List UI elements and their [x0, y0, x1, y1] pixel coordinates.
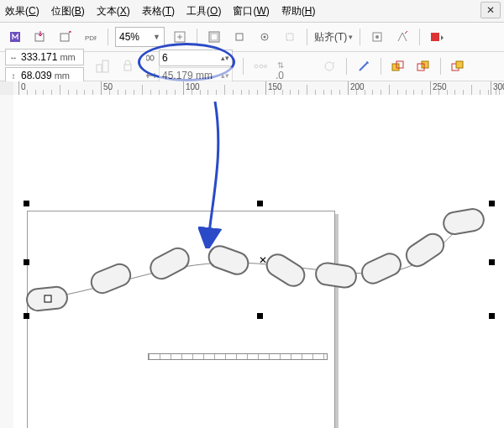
- scale-proportional-button: [92, 56, 113, 76]
- spray-count-icon: [146, 53, 156, 63]
- distribute-button[interactable]: [250, 56, 270, 76]
- zoom-combo[interactable]: 45% ▼: [115, 27, 165, 47]
- stepper-icon: ▴▾: [221, 71, 229, 80]
- spray-spacing-value: 45.179 mm: [162, 70, 213, 81]
- svg-rect-36: [402, 230, 448, 270]
- selection-center-marker[interactable]: ✕: [259, 256, 267, 264]
- svg-point-20: [260, 65, 263, 68]
- svg-point-22: [325, 62, 333, 70]
- svg-point-19: [255, 65, 258, 68]
- selection-handle[interactable]: [257, 201, 263, 206]
- canvas-area: 050100150200250300: [0, 81, 504, 428]
- svg-rect-38: [45, 295, 51, 302]
- to-front-button[interactable]: [388, 56, 408, 76]
- svg-rect-17: [146, 55, 150, 60]
- scale-steppers: ⇅ .0: [276, 60, 314, 73]
- svg-rect-28: [456, 61, 463, 68]
- selection-handle[interactable]: [24, 201, 29, 206]
- ruler-tick-label: 250: [433, 82, 447, 91]
- ruler-tick-label: 50: [103, 82, 113, 91]
- zoom-fit-button[interactable]: [170, 27, 190, 47]
- lock-ratio-button: [118, 56, 138, 76]
- menu-table[interactable]: 表格(T): [142, 4, 175, 18]
- menu-help[interactable]: 帮助(H): [281, 4, 316, 18]
- convert-curve-button[interactable]: [448, 56, 468, 76]
- selection-handle[interactable]: [489, 313, 495, 319]
- object-size-group: ↔ 333.171 mm ↕ 68.039 mm: [5, 49, 84, 84]
- preview-button[interactable]: [229, 27, 249, 47]
- svg-rect-2: [60, 34, 69, 41]
- ruler-origin[interactable]: [0, 81, 14, 96]
- full-screen-button[interactable]: [204, 27, 224, 47]
- menu-bitmap[interactable]: 位图(B): [51, 4, 85, 18]
- selection-handle[interactable]: [489, 259, 495, 265]
- separator: [307, 29, 307, 45]
- menu-window[interactable]: 窗口(W): [233, 4, 269, 18]
- ruler-vertical[interactable]: [0, 95, 14, 428]
- scale-y-value: .0: [276, 70, 284, 81]
- svg-rect-32: [206, 243, 251, 278]
- selection-handle[interactable]: [24, 259, 29, 265]
- svg-rect-33: [263, 250, 308, 290]
- selection-handle[interactable]: [257, 313, 263, 319]
- show-grid-button[interactable]: [280, 27, 300, 47]
- ruler-tick-label: 200: [350, 82, 365, 91]
- object-width-field[interactable]: ↔ 333.171 mm: [5, 49, 84, 65]
- unit-label: mm: [60, 52, 75, 62]
- height-icon: ↕: [8, 70, 18, 81]
- spray-count-value: 6: [162, 52, 168, 64]
- svg-rect-31: [147, 244, 193, 282]
- menu-text[interactable]: 文本(X): [97, 4, 130, 18]
- svg-rect-37: [442, 207, 486, 236]
- selection-handle[interactable]: [489, 201, 495, 206]
- spray-count-field[interactable]: 6 ▴▾: [159, 50, 233, 66]
- ruler-object: [148, 353, 328, 360]
- to-back-button[interactable]: [413, 56, 433, 76]
- ruler-tick: 50: [101, 81, 102, 95]
- rotate-button[interactable]: [319, 56, 339, 76]
- svg-text:PDF: PDF: [85, 34, 97, 42]
- ruler-tick: 0: [18, 81, 19, 95]
- ruler-tick-label: 0: [21, 82, 26, 91]
- ruler-horizontal[interactable]: 050100150200250300: [13, 81, 504, 96]
- chevron-down-icon: ▾: [349, 33, 353, 41]
- svg-rect-13: [431, 33, 439, 41]
- menu-bar: 效果(C) 位图(B) 文本(X) 表格(T) 工具(O) 窗口(W) 帮助(H…: [0, 0, 504, 23]
- unit-label: mm: [55, 70, 70, 81]
- import-button[interactable]: [30, 27, 50, 47]
- chevron-down-icon: ▼: [153, 33, 160, 41]
- width-value: 333.171: [21, 51, 57, 63]
- export-button[interactable]: [55, 27, 76, 47]
- snap-to-dropdown[interactable]: 贴齐(T) ▾: [314, 30, 353, 44]
- menu-effects[interactable]: 效果(C): [5, 4, 39, 18]
- options-button[interactable]: [367, 27, 387, 47]
- toolbar-main: PDF 45% ▼ 贴齐(T) ▾: [0, 23, 504, 52]
- svg-point-12: [375, 35, 379, 39]
- svg-rect-23: [392, 64, 399, 70]
- close-icon: ✕: [486, 4, 495, 16]
- separator: [440, 58, 441, 75]
- menu-tools[interactable]: 工具(O): [186, 4, 221, 18]
- scale-y-field[interactable]: ⇅ .0: [276, 60, 314, 73]
- ruler-tick: 300: [491, 81, 491, 95]
- publish-pdf-button[interactable]: PDF: [81, 27, 101, 47]
- svg-rect-18: [150, 55, 154, 60]
- separator: [346, 58, 347, 75]
- macro-manager-button[interactable]: [5, 27, 25, 47]
- selection-handle[interactable]: [24, 313, 29, 319]
- svg-rect-25: [422, 61, 428, 68]
- drawing-stage[interactable]: ✕: [13, 95, 504, 428]
- close-button[interactable]: ✕: [480, 2, 501, 18]
- show-rulers-button[interactable]: [255, 27, 275, 47]
- clear-transform-button[interactable]: [354, 56, 374, 76]
- svg-point-9: [263, 36, 265, 39]
- width-icon: ↔: [8, 52, 18, 62]
- ruler-tick: 200: [348, 81, 349, 95]
- svg-rect-35: [359, 250, 404, 287]
- fill-color-button[interactable]: [427, 27, 447, 47]
- y-scale-icon: ⇅: [276, 60, 286, 70]
- separator: [243, 58, 244, 75]
- launch-button[interactable]: [392, 27, 412, 47]
- separator: [381, 58, 381, 75]
- svg-rect-10: [286, 34, 293, 40]
